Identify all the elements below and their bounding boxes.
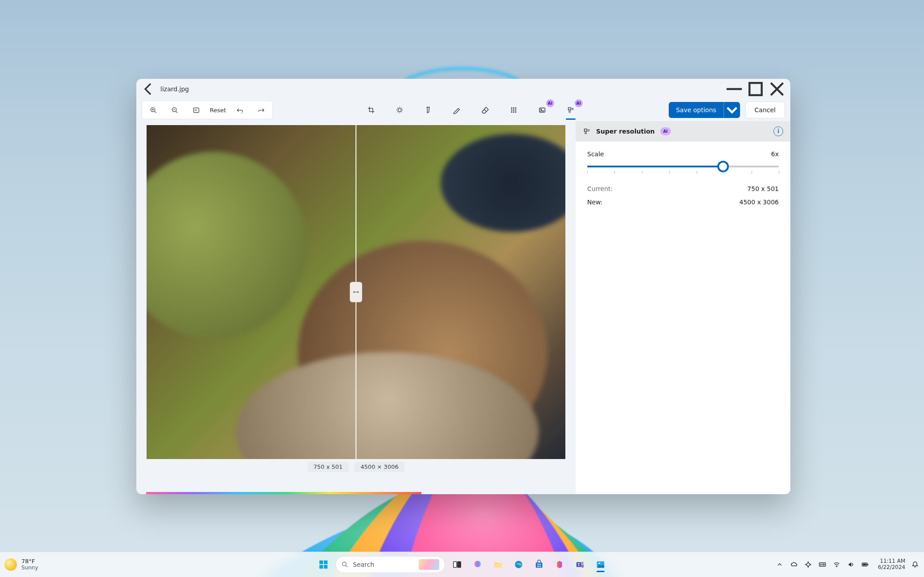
panel-body: Scale 6x Current: 750 x 501 bbox=[576, 142, 790, 215]
edge-app-icon[interactable] bbox=[510, 556, 527, 573]
window-titlebar: lizard.jpg bbox=[136, 79, 790, 99]
undo-button[interactable] bbox=[229, 103, 250, 117]
tray-chevron-icon[interactable] bbox=[775, 560, 784, 569]
panel-title: Super resolution bbox=[596, 128, 655, 135]
clock-time: 11:11 AM bbox=[878, 558, 905, 565]
erase-tool[interactable] bbox=[477, 102, 494, 118]
svg-rect-27 bbox=[540, 564, 541, 565]
background-blur-tool[interactable] bbox=[505, 102, 522, 118]
taskbar-center: Search T bbox=[315, 556, 609, 573]
svg-point-15 bbox=[540, 109, 541, 110]
super-resolution-icon bbox=[583, 127, 591, 135]
window-close-button[interactable] bbox=[766, 81, 788, 97]
m365-app-icon[interactable] bbox=[551, 556, 568, 573]
zoom-in-button[interactable] bbox=[143, 103, 164, 117]
scale-value: 6x bbox=[771, 150, 779, 158]
store-app-icon[interactable] bbox=[531, 556, 548, 573]
window-maximize-button[interactable] bbox=[745, 81, 766, 97]
zoom-out-button[interactable] bbox=[164, 103, 185, 117]
svg-rect-18 bbox=[319, 565, 323, 569]
editor-toolbar: Reset bbox=[136, 99, 790, 121]
weather-temperature: 78°F bbox=[21, 558, 38, 565]
svg-point-8 bbox=[511, 110, 512, 110]
svg-point-32 bbox=[581, 562, 584, 564]
zoom-reset-group: Reset bbox=[142, 101, 273, 119]
svg-rect-28 bbox=[537, 566, 539, 567]
svg-rect-25 bbox=[536, 562, 543, 568]
svg-rect-26 bbox=[537, 564, 539, 565]
new-size-label: New: bbox=[587, 199, 603, 206]
editor-content: 750 x 501 4500 × 3006 Super resolution A… bbox=[136, 121, 790, 494]
tool-tabs: AI AI bbox=[276, 102, 665, 118]
redo-button[interactable] bbox=[251, 103, 271, 117]
task-view-button[interactable] bbox=[449, 556, 466, 573]
fit-to-screen-button[interactable] bbox=[186, 103, 206, 117]
comparison-slider-handle[interactable] bbox=[350, 282, 362, 302]
ai-badge-icon: AI bbox=[575, 99, 583, 107]
taskbar-search[interactable]: Search bbox=[335, 556, 445, 573]
taskbar: 78°F Sunny Search bbox=[0, 552, 924, 577]
battery-icon[interactable] bbox=[861, 560, 870, 569]
clock-date: 6/22/2024 bbox=[878, 565, 905, 571]
save-options-label: Save options bbox=[669, 102, 724, 118]
image-content bbox=[441, 134, 565, 232]
ai-badge-icon: AI bbox=[660, 127, 671, 135]
weather-widget[interactable]: 78°F Sunny bbox=[4, 558, 38, 571]
filename-label: lizard.jpg bbox=[160, 85, 189, 93]
copilot-tray-icon[interactable] bbox=[804, 560, 813, 569]
generative-ai-tool[interactable]: AI bbox=[534, 102, 551, 118]
svg-point-20 bbox=[342, 562, 346, 566]
explorer-app-icon[interactable] bbox=[490, 556, 507, 573]
wifi-icon[interactable] bbox=[832, 560, 841, 569]
copilot-app-icon[interactable] bbox=[469, 556, 486, 573]
window-minimize-button[interactable] bbox=[724, 81, 745, 97]
svg-point-36 bbox=[836, 566, 837, 567]
volume-icon[interactable] bbox=[846, 560, 855, 569]
input-language-icon[interactable] bbox=[818, 560, 827, 569]
save-options-dropdown[interactable] bbox=[724, 102, 740, 118]
crop-tool[interactable] bbox=[363, 102, 380, 118]
image-preview-canvas[interactable] bbox=[147, 125, 565, 459]
svg-rect-0 bbox=[749, 83, 761, 95]
current-size-label: Current: bbox=[587, 185, 613, 192]
scale-label: Scale bbox=[587, 150, 604, 158]
cancel-button[interactable]: Cancel bbox=[745, 102, 785, 118]
scale-slider[interactable] bbox=[587, 166, 779, 174]
taskbar-clock[interactable]: 11:11 AM 6/22/2024 bbox=[878, 558, 905, 571]
svg-point-11 bbox=[511, 112, 512, 113]
svg-point-6 bbox=[513, 108, 514, 109]
sun-icon bbox=[4, 558, 17, 571]
teams-app-icon[interactable]: T bbox=[572, 556, 589, 573]
svg-rect-22 bbox=[458, 562, 461, 568]
svg-rect-21 bbox=[454, 562, 457, 568]
filter-tool[interactable] bbox=[420, 102, 437, 118]
super-resolution-panel: Super resolution AI i Scale 6x bbox=[576, 121, 790, 494]
image-content bbox=[147, 152, 307, 339]
weather-condition: Sunny bbox=[21, 565, 38, 571]
info-icon[interactable]: i bbox=[773, 126, 783, 136]
size-tags: 750 x 501 4500 × 3006 bbox=[307, 462, 405, 472]
svg-rect-35 bbox=[819, 563, 826, 566]
super-resolution-tool[interactable]: AI bbox=[562, 102, 579, 118]
new-size-value: 4500 x 3006 bbox=[740, 199, 779, 206]
ai-badge-icon: AI bbox=[546, 99, 554, 107]
save-options-split-button[interactable]: Save options bbox=[669, 102, 740, 118]
photos-editor-window: lizard.jpg bbox=[136, 79, 790, 494]
search-icon bbox=[341, 561, 348, 568]
markup-tool[interactable] bbox=[448, 102, 465, 118]
svg-point-5 bbox=[511, 108, 512, 109]
slider-ticks bbox=[587, 171, 779, 174]
toolbar-actions: Save options Cancel bbox=[669, 102, 785, 118]
svg-point-4 bbox=[398, 108, 401, 111]
svg-rect-38 bbox=[868, 564, 869, 565]
adjust-tool[interactable] bbox=[391, 102, 408, 118]
svg-rect-19 bbox=[324, 565, 327, 569]
svg-rect-23 bbox=[495, 564, 502, 567]
reset-button[interactable]: Reset bbox=[207, 103, 229, 117]
start-button[interactable] bbox=[315, 556, 332, 573]
panel-header: Super resolution AI i bbox=[576, 121, 790, 142]
photos-app-icon[interactable] bbox=[592, 556, 609, 573]
onedrive-icon[interactable] bbox=[789, 560, 798, 569]
back-button[interactable] bbox=[140, 81, 158, 97]
notifications-icon[interactable] bbox=[911, 560, 920, 569]
